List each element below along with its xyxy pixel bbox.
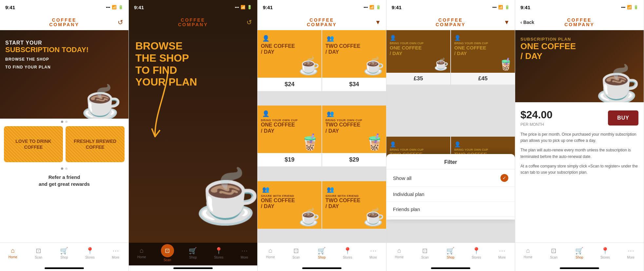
- signal-icon-3: ▪▪▪: [363, 5, 368, 10]
- dot-2: [65, 121, 68, 123]
- blog-card-1[interactable]: LOVE TO DRINK COFFEE: [4, 126, 63, 162]
- filter-title: Filter: [386, 159, 515, 169]
- hero-banner[interactable]: START YOUR SUBSCRIPTION TODAY! BROWSE TH…: [0, 30, 128, 119]
- plan-card-4[interactable]: 👥 BRING YOUR OWN CUP TWO COFFEE/ DAY 🧋 $…: [322, 106, 386, 180]
- plan-card-1[interactable]: 👤 ONE COFFEE/ DAY ☕ $24: [258, 30, 322, 105]
- scan-icon-4: ⊡: [422, 247, 428, 255]
- tab-shop-1[interactable]: 🛒 Shop: [56, 247, 72, 259]
- shop-card-top-3: 👤 BRING YOUR OWN CUP ONE COFFEE/ DAY 🧋: [258, 106, 322, 153]
- tab-home-2[interactable]: ⌂ Home: [133, 247, 150, 259]
- tab-stores-1[interactable]: 📍 Stores: [82, 247, 98, 259]
- status-bar-2: 9:41 ▪▪▪ 📶 🔋: [129, 0, 257, 14]
- filter-overlay: Filter Show all ✓ Individual plan Friend…: [386, 154, 515, 220]
- filter-option-showall[interactable]: Show all ✓: [386, 169, 515, 187]
- shop-card-top-2: 👥 TWO COFFEE/ DAY ☕: [322, 30, 386, 78]
- tab-stores-2[interactable]: 📍 Stores: [210, 247, 227, 259]
- browse-content: BROWSE THE SHOPTO FIND YOUR PLAN ☕: [129, 30, 257, 242]
- tab-shop-5[interactable]: 🛒 Shop: [571, 247, 588, 259]
- tab-shop-3[interactable]: 🛒 Shop: [314, 247, 330, 259]
- nav-bar-3: COFFEE COMPANY ▼: [258, 14, 386, 30]
- dark-card-2: 👤 BRING YOUR OWN CUP ONE COFFEE/ DAY 🧋: [451, 30, 515, 73]
- plan-card-6[interactable]: 👥 SHARE WITH FRIEND TWO COFFEE/ DAY ☕: [322, 181, 386, 242]
- tab-home-3[interactable]: ⌂ Home: [262, 247, 279, 259]
- tab-home-1[interactable]: ⌂ Home: [5, 247, 21, 259]
- tab-bar-4: ⌂ Home ⊡ Scan 🛒 Shop 📍 Stores ⋯ More: [386, 242, 515, 265]
- tab-scan-1[interactable]: ⊡ Scan: [30, 247, 47, 259]
- cup-img-5: ☕: [299, 207, 320, 227]
- status-bar-5: 9:41 ▪▪▪ 📶 🔋: [515, 0, 644, 14]
- time-2: 9:41: [134, 5, 144, 10]
- time-5: 9:41: [520, 5, 530, 10]
- nav-bar-2: COFFEE COMPANY ↺: [129, 14, 257, 30]
- dark-card-wrapper-2[interactable]: 👤 BRING YOUR OWN CUP ONE COFFEE/ DAY 🧋 £…: [451, 30, 515, 136]
- tab-home-5[interactable]: ⌂ Home: [520, 247, 536, 259]
- tab-stores-4[interactable]: 📍 Stores: [468, 247, 484, 259]
- screen-shop: 9:41 ▪▪▪ 📶 🔋 COFFEE COMPANY ▼ 👤 ONE COFF…: [258, 0, 386, 271]
- tab-stores-label-3: Stores: [343, 256, 352, 259]
- filter-label-showall: Show all: [393, 175, 412, 181]
- tab-scan-3[interactable]: ⊡ Scan: [288, 247, 304, 259]
- card-dot-1: [61, 167, 63, 170]
- buy-button[interactable]: BUY: [608, 110, 638, 126]
- refresh-icon-2[interactable]: ↺: [246, 18, 252, 26]
- blog-card-2[interactable]: FRESHLY BREWED COFFEE: [66, 126, 125, 162]
- tab-stores-3[interactable]: 📍 Stores: [339, 247, 356, 259]
- tab-stores-5[interactable]: 📍 Stores: [597, 247, 613, 259]
- filter-icon-3[interactable]: ▼: [375, 19, 381, 26]
- home-content: START YOUR SUBSCRIPTION TODAY! BROWSE TH…: [0, 30, 128, 242]
- tab-home-label-4: Home: [395, 255, 404, 259]
- plan-name-6: TWO COFFEE/ DAY: [325, 198, 361, 210]
- refer-text: Refer a friendand get great rewards: [5, 174, 123, 187]
- plan-price-2: $34: [322, 78, 386, 91]
- tab-more-1[interactable]: ⋯ More: [107, 247, 124, 259]
- detail-hero: SUBSCRIPTION PLAN ONE COFFEE/ DAY ☕: [515, 30, 644, 102]
- hero-text: START YOUR SUBSCRIPTION TODAY! BROWSE TH…: [5, 40, 88, 69]
- plan-card-3[interactable]: 👤 BRING YOUR OWN CUP ONE COFFEE/ DAY 🧋 $…: [258, 106, 322, 180]
- plan-card-5[interactable]: 👥 SHARE WITH FRIEND ONE COFFEE/ DAY ☕: [258, 181, 322, 242]
- filter-option-individual[interactable]: Individual plan: [386, 187, 515, 202]
- tab-scan-5[interactable]: ⊡ Scan: [546, 247, 562, 259]
- status-icons-3: ▪▪▪ 📶 🔋: [363, 5, 381, 10]
- filter-option-friends[interactable]: Friends plan: [386, 202, 515, 217]
- more-icon-2: ⋯: [241, 247, 248, 255]
- tab-more-2[interactable]: ⋯ More: [236, 247, 253, 259]
- stores-icon-1: 📍: [86, 247, 94, 255]
- dark-sub-3: BRING YOUR OWN CUP: [390, 148, 423, 151]
- plan-card-2[interactable]: 👥 TWO COFFEE/ DAY ☕ $34: [322, 30, 386, 105]
- filter-content: 👤 BRING YOUR OWN CUP ONE COFFEE/ DAY ☕ £…: [386, 30, 515, 242]
- home-icon-5: ⌂: [526, 247, 530, 254]
- dark-person-3: 👤: [390, 141, 396, 147]
- tab-shop-label-5: Shop: [576, 256, 583, 259]
- back-button[interactable]: ‹ Back: [520, 20, 534, 25]
- signal-icon-2: ▪▪▪: [235, 5, 239, 10]
- browse-title: BROWSE THE SHOPTO FIND YOUR PLAN: [135, 40, 201, 88]
- tab-shop-2[interactable]: 🛒 Shop: [185, 247, 201, 259]
- status-icons-2: ▪▪▪ 📶 🔋: [235, 5, 252, 10]
- tab-home-4[interactable]: ⌂ Home: [391, 247, 407, 259]
- tab-shop-4[interactable]: 🛒 Shop: [442, 247, 459, 259]
- dark-cup-2: 🧋: [498, 57, 513, 71]
- hero-line3: BROWSE THE SHOP: [5, 57, 88, 62]
- tab-more-5[interactable]: ⋯ More: [623, 247, 639, 259]
- tab-scan-2[interactable]: ⊡ Scan: [159, 244, 176, 262]
- time-4: 9:41: [392, 5, 401, 10]
- desc-para-3: At a coffee company store simply click «…: [520, 163, 638, 176]
- tab-scan-label-1: Scan: [35, 256, 42, 259]
- more-icon-5: ⋯: [628, 247, 634, 255]
- hero-dots: [0, 121, 128, 123]
- plan-sub-5: SHARE WITH FRIEND: [261, 194, 294, 198]
- dark-card-1: 👤 BRING YOUR OWN CUP ONE COFFEE/ DAY ☕: [386, 30, 450, 73]
- scan-icon-2[interactable]: ⊡: [161, 244, 174, 257]
- dark-card-wrapper-1[interactable]: 👤 BRING YOUR OWN CUP ONE COFFEE/ DAY ☕ £…: [386, 30, 450, 136]
- tab-bar-1: ⌂ Home ⊡ Scan 🛒 Shop 📍 Stores ⋯ More: [0, 242, 128, 265]
- tab-more-3[interactable]: ⋯ More: [365, 247, 381, 259]
- detail-plan-title: ONE COFFEE/ DAY: [520, 42, 638, 61]
- tab-more-4[interactable]: ⋯ More: [494, 247, 510, 259]
- shop-icon-1: 🛒: [60, 247, 68, 255]
- filter-icon-4[interactable]: ▼: [504, 19, 510, 26]
- refresh-icon-1[interactable]: ↺: [118, 18, 123, 26]
- cup-img-4: 🧋: [365, 133, 384, 151]
- tab-scan-4[interactable]: ⊡ Scan: [417, 247, 433, 259]
- home-indicator-1: [45, 267, 84, 269]
- tab-more-label-5: More: [627, 256, 634, 259]
